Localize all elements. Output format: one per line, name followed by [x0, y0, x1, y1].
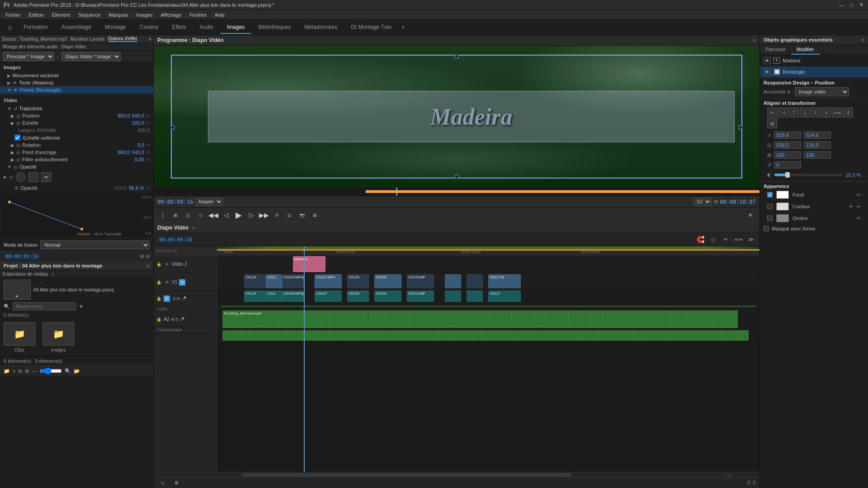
clip-audio-c0114a[interactable]: C0114 [244, 291, 266, 302]
clip-touching-moment-2[interactable] [222, 330, 749, 341]
mvt-vectoriel-item[interactable]: ▶ Mouvement vectoriel [0, 72, 153, 79]
fond-checkbox[interactable]: ✓ [767, 192, 773, 197]
work-area-bar[interactable] [217, 249, 760, 251]
anim-icon[interactable]: ◎ [16, 143, 20, 148]
forme-item[interactable]: ▼ 👁 Forme (Rectangle) [0, 86, 153, 94]
anim-icon[interactable]: ◎ [9, 175, 13, 179]
menu-fenetre[interactable]: Fenêtre [186, 11, 210, 19]
align-right[interactable]: ⊤ [789, 108, 799, 117]
settings-icon-3[interactable]: ≡ [192, 225, 195, 230]
opacite-value[interactable]: 96,8 % [129, 185, 144, 191]
echelle-uniforme-checkbox[interactable] [14, 135, 20, 141]
rotation-val[interactable]: 0,0 [137, 142, 144, 148]
scale-x-field[interactable] [774, 151, 801, 159]
tab-effets[interactable]: Effets [166, 21, 192, 34]
y-position-field[interactable] [804, 131, 831, 139]
anim-icon[interactable]: ◎ [14, 164, 18, 169]
distribute-v[interactable]: ⇕ [843, 108, 853, 117]
freeform-icon[interactable]: ⊠ [25, 368, 29, 374]
rotation-field[interactable] [774, 161, 801, 169]
options-tab[interactable]: Options d'effet [108, 36, 137, 42]
v1-track[interactable]: C0114 C011... C0126.MP4(V) C0127.MP4 C01… [217, 273, 760, 290]
height-field[interactable] [804, 141, 831, 149]
track-eye-v2[interactable]: 👁 [164, 261, 170, 267]
position-x-val[interactable]: 960,0 [118, 113, 130, 118]
eye-icon[interactable]: 👁 [13, 80, 17, 85]
images-thumbnail[interactable]: 📁 Images [42, 322, 74, 352]
align-left[interactable]: ⊢ [767, 108, 777, 117]
point-ancrage-y[interactable]: 540,0 [132, 150, 144, 155]
track-eye-v1[interactable]: 👁 [164, 279, 170, 286]
title-overlay[interactable]: Madeira [208, 91, 735, 142]
clip-c011[interactable]: C011... [266, 274, 282, 288]
clip-touching-moment[interactable]: Touching_Moment.mp3 [222, 310, 738, 328]
tab-bibliotheques[interactable]: Bibliothèques [252, 21, 297, 34]
tab-couleur[interactable]: Couleur [133, 21, 165, 34]
menu-fichier[interactable]: Fichier [2, 11, 24, 19]
rewind-btn[interactable]: ◀◀ [208, 210, 219, 221]
snap-btn[interactable]: 🧲 [695, 235, 705, 244]
effects-timecode[interactable]: 00:00:09:16 [4, 253, 40, 260]
align-center-v[interactable]: ⊦ [811, 108, 821, 117]
anim-icon[interactable]: ◎ [16, 113, 20, 118]
position-y-val[interactable]: 540,0 [132, 113, 144, 118]
clip-audio-c0117a[interactable]: C0117 [488, 291, 521, 302]
handle-right[interactable] [739, 126, 742, 129]
clip-audio-c011a[interactable]: C011 [266, 291, 282, 302]
align-bottom[interactable]: ⊧ [821, 108, 831, 117]
align-top[interactable]: ⊥ [800, 108, 810, 117]
search-icon-2[interactable]: 🔍 [65, 368, 71, 374]
menu-element[interactable]: Elément [48, 11, 74, 19]
handle-top[interactable] [455, 55, 458, 58]
ff-btn[interactable]: ▶▶ [259, 210, 269, 221]
clip-mid1[interactable] [445, 274, 461, 288]
ripple-btn[interactable]: ≫ [746, 235, 756, 244]
kf-nav[interactable]: ◁ ◇ ▷ [113, 185, 127, 191]
list-view-icon[interactable]: ≡ [13, 368, 15, 374]
track-toggle-v2[interactable]: 🔒 [156, 261, 162, 267]
reset-btn[interactable]: ↺ [146, 113, 150, 118]
a2-track[interactable]: Touching_Moment.mp3 [217, 310, 760, 329]
principal-dropdown[interactable]: Principal * Image [3, 52, 54, 61]
clip-c0114[interactable]: C0114 [244, 274, 266, 288]
eye-icon-2[interactable]: 👁 [14, 88, 18, 93]
reset-btn[interactable]: ↺ [146, 157, 150, 162]
zoom-select[interactable]: Adapter [195, 198, 223, 206]
marker-in-btn[interactable]: { [157, 210, 168, 221]
settings-icon[interactable]: ≡ [149, 37, 151, 42]
reset-btn[interactable]: ↺ [146, 185, 150, 190]
largeur-val[interactable]: 100,0 [137, 127, 150, 133]
scroll-bar[interactable] [242, 473, 571, 477]
trajectoire-item[interactable]: ▼ ↺ Trajectoire [0, 105, 153, 112]
clip-c0117[interactable]: C0117.M [488, 274, 521, 288]
clip-audio-c0126a[interactable]: C0126.MP4(A) [282, 291, 304, 302]
reset-icon[interactable]: ↺ [14, 106, 17, 111]
settings-icon[interactable]: ≡ [147, 263, 150, 268]
diapo-dropdown[interactable]: Diapo Vidéo * Image [61, 52, 121, 61]
tab-modifier[interactable]: Modifier [791, 45, 820, 55]
clip-audio-c0120a[interactable]: C0120 [374, 291, 401, 302]
blend-mode-select[interactable]: Normal [40, 240, 150, 249]
source-label[interactable]: Source : Touching_Moment.mp3 [2, 37, 67, 42]
ratio-select[interactable]: 1/2 [693, 198, 712, 206]
anim-icon[interactable]: ◎ [16, 157, 20, 162]
distribute-h[interactable]: ⟺ [832, 108, 842, 117]
layer-rectangle[interactable]: 👁 ⬜ Rectangle [760, 66, 868, 78]
timeline-timecode[interactable]: 00:00:09:16 [157, 236, 194, 243]
grid-btn[interactable]: ⊞ [170, 210, 181, 221]
new-bin-icon[interactable]: 📁 [4, 368, 10, 374]
add-contour-btn[interactable]: + [849, 202, 853, 211]
timeline-settings-btn[interactable]: ⚙ [171, 478, 182, 488]
clip-audio-m2a[interactable] [467, 291, 483, 302]
tab-montage-tuto[interactable]: 01 Montage Tuto [344, 21, 398, 34]
opacity-slider-thumb[interactable] [785, 172, 790, 178]
filter-icon[interactable]: ▼ [79, 304, 84, 309]
right-panel-menu[interactable]: ≡ [862, 37, 864, 42]
eye-madeira[interactable]: 👁 [764, 57, 771, 64]
reset-btn[interactable]: ↺ [146, 121, 150, 126]
handle-bottom[interactable] [455, 175, 458, 178]
project-search-input[interactable] [13, 302, 76, 310]
clip-audio-m1a[interactable] [445, 291, 461, 302]
playhead[interactable] [304, 246, 305, 255]
slip-btn[interactable]: ⟺ [733, 235, 743, 244]
